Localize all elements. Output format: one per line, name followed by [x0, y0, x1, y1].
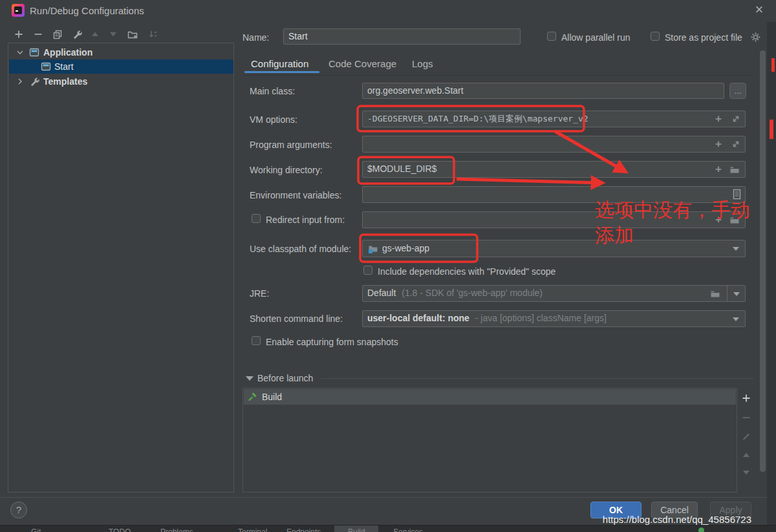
- before-launch-remove-button[interactable]: [740, 412, 752, 423]
- environment-variables-label: Environment variables:: [250, 190, 341, 200]
- dialog-titlebar: Run/Debug Configurations ×: [0, 0, 776, 21]
- plus-icon: [14, 29, 24, 39]
- store-as-project-file-checkbox[interactable]: [651, 32, 660, 41]
- footer-separator: [0, 497, 767, 498]
- vm-options-expand-icon[interactable]: [731, 114, 741, 124]
- close-icon[interactable]: ×: [751, 2, 767, 17]
- form-snapshots-label: Enable capturing form snapshots: [266, 337, 398, 347]
- application-icon: [29, 47, 39, 58]
- add-configuration-button[interactable]: [13, 28, 25, 40]
- store-as-project-file-gear-button[interactable]: [749, 31, 761, 43]
- tree-item-label: Templates: [43, 76, 87, 87]
- working-directory-label: Working directory:: [250, 165, 323, 175]
- name-label: Name:: [242, 32, 269, 43]
- classpath-module-value: gs-web-app: [382, 240, 429, 257]
- window-edge-strip: [767, 22, 776, 526]
- tree-item-label: Application: [43, 47, 92, 58]
- chevron-down-icon[interactable]: [733, 292, 740, 296]
- program-arguments-field[interactable]: [362, 136, 746, 153]
- classpath-module-combo[interactable]: gs-web-app: [362, 240, 746, 257]
- hammer-icon: [247, 392, 257, 402]
- statusbar-item[interactable]: TODO: [109, 527, 131, 532]
- watermark-text: https://blog.csdn.net/qq_45856723: [603, 514, 751, 525]
- shorten-command-line-label: Shorten command line:: [250, 314, 343, 324]
- pencil-icon: [741, 431, 751, 441]
- before-launch-add-button[interactable]: [740, 392, 752, 404]
- dialog-title: Run/Debug Configurations: [30, 5, 144, 16]
- before-launch-edit-button[interactable]: [740, 430, 752, 442]
- form-snapshots-checkbox[interactable]: [252, 336, 261, 345]
- allow-parallel-run-label: Allow parallel run: [561, 32, 630, 43]
- module-icon: [368, 244, 378, 254]
- tab-code-coverage[interactable]: Code Coverage: [329, 58, 396, 69]
- expand-icon: [731, 114, 740, 123]
- minus-icon: [33, 29, 43, 39]
- program-arguments-expand-icon[interactable]: [731, 139, 741, 149]
- status-green-dot: [698, 527, 704, 532]
- move-down-button[interactable]: [107, 28, 119, 40]
- tree-item-templates[interactable]: Templates: [8, 74, 233, 89]
- chevron-down-icon: [16, 48, 24, 56]
- store-as-project-file-label: Store as project file: [665, 32, 742, 43]
- name-input[interactable]: Start: [283, 28, 521, 45]
- tree-item-label: Start: [54, 61, 74, 72]
- statusbar-item[interactable]: Services: [393, 527, 423, 532]
- move-up-button[interactable]: [89, 28, 101, 40]
- redirect-input-label: Redirect input from:: [266, 215, 345, 225]
- tree-item-start[interactable]: Start: [9, 59, 233, 74]
- before-launch-item-build[interactable]: Build: [244, 389, 736, 405]
- statusbar-item[interactable]: Problems: [160, 527, 193, 532]
- tree-item-application[interactable]: Application: [8, 45, 233, 59]
- edit-templates-button[interactable]: [71, 28, 83, 40]
- main-class-browse-button[interactable]: ...: [729, 83, 746, 99]
- jre-combo[interactable]: Default (1.8 - SDK of 'gs-web-app' modul…: [362, 285, 746, 302]
- before-launch-move-down-button[interactable]: [740, 467, 752, 478]
- arrow-down-icon: [741, 467, 751, 478]
- include-provided-checkbox[interactable]: [363, 266, 372, 275]
- jre-browse-icon[interactable]: [710, 288, 720, 299]
- before-launch-item-label: Build: [262, 392, 282, 402]
- main-class-field[interactable]: org.geoserver.web.Start: [362, 83, 724, 99]
- annotation-note-line1: 选项中没有，手动: [595, 197, 750, 222]
- before-launch-list: Build: [242, 388, 737, 493]
- arrow-up-icon: [90, 29, 100, 39]
- tabs-separator: [242, 75, 753, 76]
- tab-configuration[interactable]: Configuration: [251, 58, 308, 69]
- sort-az-icon: [148, 29, 158, 39]
- before-launch-separator: [321, 378, 753, 379]
- copy-configuration-button[interactable]: [52, 28, 63, 40]
- new-folder-button[interactable]: [127, 28, 138, 40]
- sort-configurations-button[interactable]: [147, 28, 159, 40]
- statusbar-item[interactable]: Build: [348, 527, 365, 532]
- chevron-right-icon: [16, 78, 24, 85]
- statusbar-item[interactable]: Endpoints: [286, 527, 321, 532]
- vm-options-add-icon[interactable]: +: [715, 113, 722, 124]
- before-launch-move-up-button[interactable]: [740, 449, 752, 461]
- wrench-icon: [72, 29, 82, 39]
- shorten-hint: - java [options] className [args]: [475, 313, 607, 323]
- help-button[interactable]: ?: [10, 502, 27, 518]
- program-arguments-label: Program arguments:: [250, 140, 332, 150]
- statusbar-item[interactable]: Terminal: [238, 527, 267, 532]
- chevron-down-icon: [733, 247, 739, 251]
- working-directory-add-icon[interactable]: +: [715, 164, 722, 175]
- remove-configuration-button[interactable]: [32, 28, 44, 40]
- before-launch-collapse-icon[interactable]: [246, 376, 253, 381]
- shorten-command-line-combo[interactable]: user-local default: none - java [options…: [362, 310, 746, 327]
- folder-plus-icon: [127, 29, 138, 39]
- redirect-input-checkbox[interactable]: [252, 214, 261, 223]
- tab-logs[interactable]: Logs: [412, 58, 433, 69]
- working-directory-browse-icon[interactable]: [729, 164, 740, 175]
- plus-icon: [741, 393, 751, 403]
- vertical-scrollbar[interactable]: [760, 50, 766, 472]
- jre-value: Default: [367, 288, 396, 298]
- program-arguments-add-icon[interactable]: +: [715, 138, 722, 149]
- jre-label: JRE:: [250, 288, 269, 299]
- allow-parallel-run-checkbox[interactable]: [547, 32, 556, 41]
- vm-options-field[interactable]: -DGEOSERVER_DATA_DIR=D:\项目案例\mapserver_v…: [362, 111, 746, 127]
- folder-icon: [729, 164, 740, 175]
- jre-hint: (1.8 - SDK of 'gs-web-app' module): [402, 288, 543, 298]
- statusbar-item[interactable]: Git: [31, 527, 41, 532]
- gear-icon: [750, 32, 761, 43]
- working-directory-field[interactable]: $MODULE_DIR$: [362, 161, 746, 178]
